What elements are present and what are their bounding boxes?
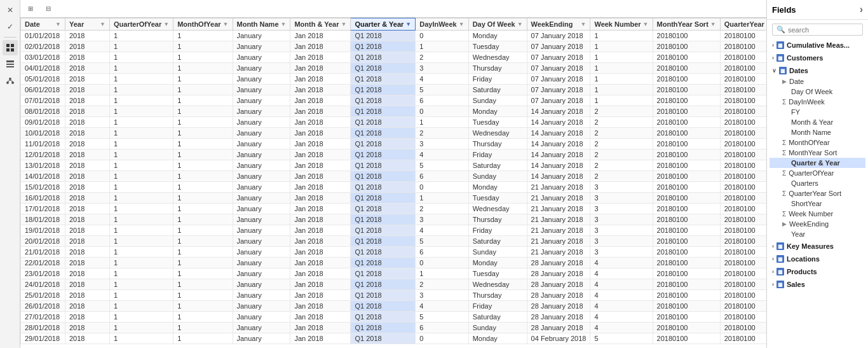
cell-27-6: Q1 2018 bbox=[351, 323, 416, 333]
field-group-header[interactable]: ›▦Cumulative Meas... bbox=[770, 39, 865, 51]
table-view-icon[interactable] bbox=[3, 57, 18, 72]
col-header-1[interactable]: Year▼ bbox=[65, 18, 110, 31]
field-item[interactable]: Month & Year bbox=[770, 117, 865, 127]
cell-7-5: Jan 2018 bbox=[290, 106, 351, 117]
cell-22-3: 1 bbox=[173, 268, 233, 279]
col-filter-icon[interactable]: ▼ bbox=[55, 21, 61, 27]
cell-13-5: Jan 2018 bbox=[290, 171, 351, 182]
field-group-header[interactable]: ›▦Sales bbox=[770, 279, 865, 290]
field-item-label: MonthOfYear bbox=[789, 139, 829, 146]
col-filter-icon[interactable]: ▼ bbox=[581, 21, 587, 27]
top-icon-1[interactable]: ⊞ bbox=[23, 1, 38, 17]
col-header-12[interactable]: QuarterYear Sort▼ bbox=[720, 18, 766, 31]
fields-search-box[interactable]: 🔍 bbox=[772, 24, 863, 36]
grid-view-icon[interactable] bbox=[3, 40, 18, 55]
table-icon: ▦ bbox=[776, 281, 784, 288]
cell-15-5: Jan 2018 bbox=[290, 193, 351, 204]
col-header-10[interactable]: Week Number▼ bbox=[590, 18, 653, 31]
field-item[interactable]: FY bbox=[770, 107, 865, 117]
col-filter-icon[interactable]: ▼ bbox=[459, 21, 465, 27]
field-item[interactable]: Month Name bbox=[770, 127, 865, 137]
col-label: MonthYear Sort bbox=[657, 20, 709, 28]
field-item-label: MonthYear Sort bbox=[789, 149, 837, 157]
field-item[interactable]: ▶WeekEnding bbox=[770, 219, 865, 229]
data-table-container[interactable]: Date▼Year▼QuarterOfYear▼MonthOfYear▼Mont… bbox=[20, 18, 766, 348]
expand-icon: ▶ bbox=[782, 221, 787, 227]
chevron-icon: › bbox=[772, 42, 774, 48]
cell-14-12: 20180100 bbox=[720, 182, 766, 193]
col-filter-icon[interactable]: ▼ bbox=[281, 21, 287, 27]
cell-25-9: 28 January 2018 bbox=[527, 301, 590, 312]
col-header-4[interactable]: Month Name▼ bbox=[233, 18, 290, 31]
cell-19-10: 3 bbox=[590, 236, 653, 247]
col-header-3[interactable]: MonthOfYear▼ bbox=[173, 18, 233, 31]
cell-17-5: Jan 2018 bbox=[290, 214, 351, 225]
field-item[interactable]: Year bbox=[770, 229, 865, 239]
top-icon-2[interactable]: ⊟ bbox=[41, 1, 56, 17]
field-group-products: ›▦Products bbox=[770, 266, 865, 277]
field-group-header[interactable]: ›▦Products bbox=[770, 266, 865, 277]
field-item[interactable]: Day Of Week bbox=[770, 87, 865, 97]
cell-4-1: 2018 bbox=[65, 74, 110, 85]
col-header-5[interactable]: Month & Year▼ bbox=[290, 18, 351, 31]
col-header-2[interactable]: QuarterOfYear▼ bbox=[110, 18, 173, 31]
cell-15-9: 21 January 2018 bbox=[527, 193, 590, 204]
close-icon[interactable]: ✕ bbox=[3, 3, 18, 18]
col-header-6[interactable]: Quarter & Year▼ bbox=[351, 18, 416, 31]
field-group-header[interactable]: ›▦Customers bbox=[770, 52, 865, 64]
cell-26-9: 28 January 2018 bbox=[527, 312, 590, 323]
field-item[interactable]: Quarters bbox=[770, 178, 865, 188]
cell-28-5: Jan 2018 bbox=[290, 333, 351, 344]
col-header-9[interactable]: WeekEnding▼ bbox=[527, 18, 590, 31]
model-view-icon[interactable] bbox=[3, 73, 18, 88]
cell-25-4: January bbox=[233, 301, 290, 312]
col-filter-icon[interactable]: ▼ bbox=[405, 21, 411, 27]
col-filter-icon[interactable]: ▼ bbox=[100, 21, 105, 27]
col-label: Year bbox=[69, 20, 84, 28]
cell-21-11: 20180100 bbox=[653, 258, 720, 268]
field-item[interactable]: ΣDayInWeek bbox=[770, 97, 865, 107]
col-header-8[interactable]: Day Of Week▼ bbox=[468, 18, 527, 31]
table-row: 18/01/2018201811JanuaryJan 2018Q1 20183T… bbox=[21, 214, 767, 225]
cell-5-3: 1 bbox=[173, 85, 233, 95]
field-group-header[interactable]: ›▦Key Measures bbox=[770, 240, 865, 252]
col-filter-icon[interactable]: ▼ bbox=[341, 21, 347, 27]
field-item[interactable]: Quarter & Year bbox=[770, 158, 865, 168]
cell-23-4: January bbox=[233, 279, 290, 290]
field-item[interactable]: ΣQuarterYear Sort bbox=[770, 188, 865, 198]
field-item-label: QuarterYear Sort bbox=[789, 190, 841, 197]
cell-9-9: 14 January 2018 bbox=[527, 128, 590, 139]
field-item[interactable]: ΣMonthOfYear bbox=[770, 137, 865, 148]
cell-16-4: January bbox=[233, 204, 290, 214]
svg-rect-3 bbox=[11, 48, 14, 52]
field-item[interactable]: ΣWeek Number bbox=[770, 209, 865, 219]
cell-1-7: 1 bbox=[416, 41, 468, 52]
main-area: ⊞ ⊟ Date▼Year▼QuarterOfYear▼MonthOfYear▼… bbox=[20, 0, 766, 348]
cell-1-2: 1 bbox=[110, 41, 173, 52]
col-filter-icon[interactable]: ▼ bbox=[643, 21, 649, 27]
col-header-11[interactable]: MonthYear Sort▼ bbox=[653, 18, 720, 31]
field-item[interactable]: ShortYear bbox=[770, 198, 865, 209]
col-filter-icon[interactable]: ▼ bbox=[163, 21, 169, 27]
cell-19-8: Saturday bbox=[468, 236, 527, 247]
fields-search-input[interactable] bbox=[788, 26, 868, 34]
field-group-header[interactable]: ∨▦Dates bbox=[770, 65, 865, 76]
field-item[interactable]: ▶Date bbox=[770, 76, 865, 87]
cell-3-1: 2018 bbox=[65, 63, 110, 74]
col-filter-icon[interactable]: ▼ bbox=[223, 21, 229, 27]
field-item-label: Month Name bbox=[791, 129, 831, 136]
col-header-7[interactable]: DayInWeek▼ bbox=[416, 18, 468, 31]
check-icon[interactable]: ✓ bbox=[3, 19, 18, 34]
col-header-0[interactable]: Date▼ bbox=[21, 18, 65, 31]
cell-0-3: 1 bbox=[173, 31, 233, 41]
cell-15-12: 20180100 bbox=[720, 193, 766, 204]
field-group-header[interactable]: ›▦Locations bbox=[770, 253, 865, 265]
fields-panel-close[interactable]: › bbox=[860, 4, 863, 15]
field-item[interactable]: ΣMonthYear Sort bbox=[770, 148, 865, 158]
cell-17-12: 20180100 bbox=[720, 214, 766, 225]
col-filter-icon[interactable]: ▼ bbox=[710, 21, 716, 27]
field-item[interactable]: ΣQuarterOfYear bbox=[770, 168, 865, 178]
cell-27-9: 28 January 2018 bbox=[527, 323, 590, 333]
cell-26-12: 20180100 bbox=[720, 312, 766, 323]
col-filter-icon[interactable]: ▼ bbox=[517, 21, 523, 27]
